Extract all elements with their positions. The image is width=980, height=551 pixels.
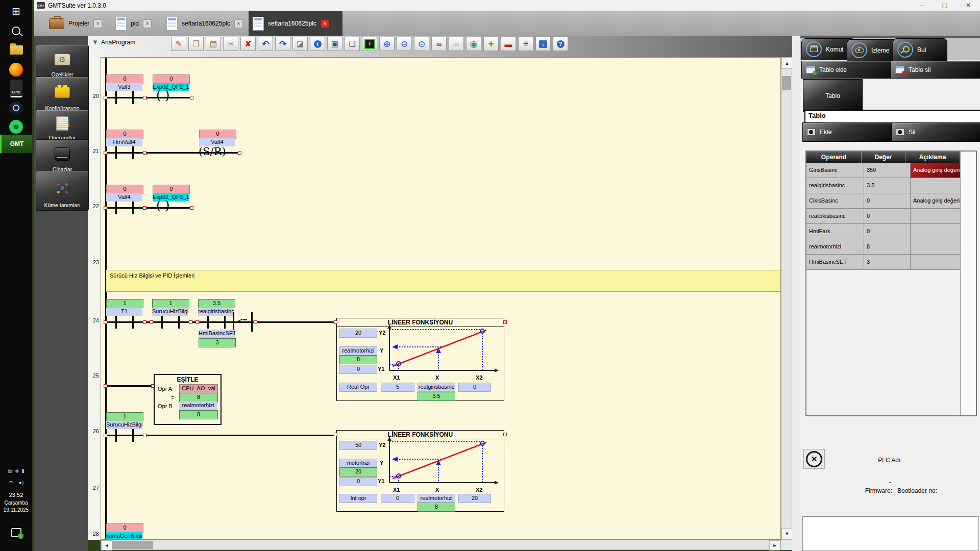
rung23-comment[interactable]: Sürücü Hız Bilgisi ve PID İşlemleri [106,270,781,292]
network-icon[interactable]: ◉ [466,37,481,51]
cell-desc[interactable] [911,224,968,239]
cell-value[interactable]: 3 [864,255,911,270]
contact-hmivalf4[interactable]: HmiValf4 [106,138,142,146]
zoom-in-icon[interactable]: ⊕ [379,37,395,51]
cell-desc[interactable] [911,178,968,193]
horizontal-scrollbar[interactable]: ◄ ► [101,540,781,550]
taskbar-firefox-button[interactable] [0,60,32,79]
add-icon[interactable]: + [483,37,499,51]
tab-close-icon[interactable]: ✕ [234,19,243,28]
system-tray[interactable]: ▤◆▮ [0,465,32,475]
copy-icon[interactable]: ❐ [188,37,204,51]
scroll-right-button[interactable]: ► [769,540,780,550]
tab-seftarla160625plc-1[interactable]: seftarla160625plc ✕ [162,11,253,36]
maximize-button[interactable]: ▢ [933,0,957,11]
table-row[interactable]: GirisBasinc 350 Analog giriş değeri [806,163,976,178]
delete-icon[interactable]: ✘ [240,37,256,51]
remove-icon[interactable]: ▬ [501,37,516,51]
scroll-thumb[interactable] [782,76,791,90]
help-icon[interactable]: ? [553,37,568,51]
paste-icon[interactable]: ▤ [206,37,221,51]
linear-function-block-2[interactable]: LİNEER FONKSİYONU 50 Y2 motorhizi 20 Y 0… [336,430,504,512]
tab-tablo[interactable]: Tablo [803,79,863,112]
table-row[interactable]: HmiBasincSET 3 [806,255,976,270]
cell-desc[interactable] [911,255,968,270]
program-selector[interactable]: ▼ AnaProgram [92,38,135,46]
cell-operand[interactable]: realmotorhizi [806,239,864,255]
close-button[interactable]: ✕ [957,0,980,11]
sidebar-item-kume-tanimlari[interactable]: Küme tanımları [36,171,89,211]
format-painter-icon[interactable]: ✎ [171,37,186,51]
tray-network-volume[interactable]: ◠◄) [0,478,32,488]
cell-value[interactable]: 350 [864,163,911,178]
contact-t1[interactable]: T1 [106,308,142,316]
table-scrollbar[interactable] [960,152,976,415]
list-icon[interactable]: ≡ [518,37,533,51]
tablo-sil-button[interactable]: Tablo sil [891,61,980,79]
download-icon[interactable]: ↓ [535,37,551,51]
link-broken-icon[interactable]: ∞ [449,37,464,51]
sidebar-item-ozellikler[interactable]: ⚙ Özellikler [36,45,89,80]
cell-value[interactable]: 0 [864,193,911,209]
clock-time[interactable]: 23:52 [0,492,32,498]
contact-surucuhizbilgisi[interactable]: SurucuHizBilgisi [152,308,188,316]
tab-pid[interactable]: pid ✕ [111,11,166,36]
start-button[interactable]: ⊞ [0,2,32,20]
eraser-icon[interactable]: ◪ [292,37,308,51]
table-row[interactable]: CikisBasinc 0 Analog giriş değeri [806,193,976,209]
tab-projeler[interactable]: Projeler ✕ [45,11,115,36]
ladder-canvas[interactable]: 0 Valf3 0 Exp02_QP2_16 ( ) 0 HmiValf4 0 … [101,57,781,540]
cell-desc[interactable]: Analog giriş değeri [911,163,968,178]
col-operand[interactable]: Operand [806,152,862,163]
tab-seftarla160625plc-2[interactable]: seftarla160625plc ✕ [249,11,342,36]
ekle-button[interactable]: Ekle [802,122,898,142]
sr-coil-symbol[interactable]: (S/R) [199,145,226,158]
tab-close-icon[interactable]: ✕ [93,19,102,28]
table-row[interactable]: realcikisbasinc 0 [806,209,976,224]
cell-desc[interactable] [911,239,968,255]
save-icon[interactable]: ▣ [327,37,342,51]
link-icon[interactable]: ∞ [431,37,447,51]
contact-kamageribildirimi[interactable]: kamaGeriBildiri [106,532,142,540]
scroll-down-button[interactable]: ▼ [781,528,793,539]
save-as-icon[interactable]: ❏ [345,37,360,51]
table-row[interactable]: realgirisbasinc 3.5 [806,178,976,193]
tab-close-icon[interactable]: ✕ [321,19,329,28]
cell-operand[interactable]: HmiFark [806,224,864,239]
cell-operand[interactable]: CikisBasinc [806,193,864,209]
tab-bul[interactable]: Bul [893,38,947,61]
cell-operand[interactable]: realcikisbasinc [806,209,864,224]
sidebar-item-konfigurasyon[interactable]: Konfigürasyon [36,77,89,114]
cell-operand[interactable]: realgirisbasinc [806,178,864,193]
zoom-out-icon[interactable]: ⊖ [397,37,412,51]
cut-icon[interactable]: ✂ [223,37,238,51]
coil-symbol[interactable]: ( ) [156,89,169,102]
sidebar-item-cihazlar[interactable]: Cihazlar [36,139,89,175]
undo-icon[interactable]: ↶ [258,37,273,51]
taskbar-spotify-button[interactable]: ≋ [0,117,32,136]
table-row[interactable]: HmiFark 0 [806,224,976,239]
taskbar-steam-button[interactable] [0,99,32,117]
table-row[interactable]: realmotorhizi 8 [806,239,976,255]
taskbar-search-button[interactable] [0,21,32,40]
cell-desc[interactable]: Analog giriş değeri [911,193,968,209]
log-box[interactable] [802,516,979,551]
measure-icon[interactable]: ‖ [362,37,377,51]
cell-operand[interactable]: GirisBasinc [806,163,864,178]
scroll-left-button[interactable]: ◄ [101,540,112,550]
equals-block[interactable]: EŞİTLE Opr A CPU_AO_val = 8 Opr B realmo… [154,374,222,425]
scroll-thumb[interactable] [112,541,153,549]
coil-symbol[interactable]: ( ) [156,199,169,212]
cell-value[interactable]: 0 [864,224,911,239]
scroll-up-button[interactable]: ▲ [781,58,793,69]
cell-desc[interactable] [911,209,968,224]
zoom-reset-icon[interactable]: ⊙ [414,37,429,51]
minimize-button[interactable]: ─ [910,0,933,11]
compare-operator[interactable]: <= [235,316,251,325]
contact-realgirisbasinc[interactable]: realgirisbasinc [198,308,234,316]
cell-operand[interactable]: HmiBasincSET [806,255,864,270]
tab-close-icon[interactable]: ✕ [143,19,152,28]
cell-value[interactable]: 0 [864,209,911,224]
contact-surucuhizbilgisi[interactable]: SurucuHizBilgisi [106,421,142,429]
col-aciklama[interactable]: Açıklama [905,152,960,163]
